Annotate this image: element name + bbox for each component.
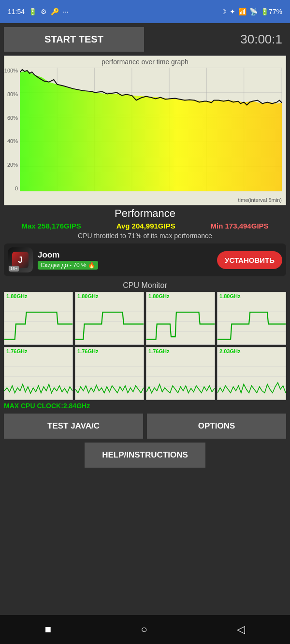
max-cpu-clock: MAX CPU CLOCK:2.84GHz xyxy=(4,402,286,410)
svg-rect-42 xyxy=(218,356,286,400)
throttle-text: CPU throttled to 71% of its max performa… xyxy=(4,232,286,240)
cpu-freq-4: 1.80GHz xyxy=(219,293,240,299)
cpu-freq-6: 1.76GHz xyxy=(77,348,98,354)
status-right: ☽ ✦ 📶 📡 🔋77% xyxy=(220,8,282,15)
graph-title: performance over time graph xyxy=(4,58,286,66)
settings-icon: ⚙ xyxy=(41,8,47,15)
status-bar: 11:54 🔋 ⚙ 🔑 ··· ☽ ✦ 📶 📡 🔋77% xyxy=(0,0,290,23)
cpu-cell-4: 1.80GHz xyxy=(217,292,286,345)
cpu-monitor-title: CPU Monitor xyxy=(4,281,286,290)
test-java-button[interactable]: TEST JAVA/C xyxy=(4,414,143,439)
svg-rect-26 xyxy=(218,301,286,344)
avg-stat: Avg 204,991GIPS xyxy=(116,222,175,230)
bottom-buttons: TEST JAVA/C OPTIONS xyxy=(4,414,286,439)
cpu-cell-7: 1.76GHz xyxy=(146,347,215,400)
y-label-20: 20% xyxy=(7,162,18,168)
ad-text: Joom Скидки до - 70 % 🔥 xyxy=(38,250,212,270)
y-label-80: 80% xyxy=(7,91,18,97)
performance-graph: performance over time graph 100% 80% 60%… xyxy=(4,56,286,205)
battery-indicator-icon: 🔋 xyxy=(29,8,37,15)
ad-sub: Скидки до - 70 % 🔥 xyxy=(38,261,98,270)
cpu-cell-1: 1.80GHz xyxy=(4,292,73,345)
status-left: 11:54 🔋 ⚙ 🔑 ··· xyxy=(8,8,69,15)
start-test-button[interactable]: START TEST xyxy=(4,27,144,52)
cpu-cell-8: 2.03GHz xyxy=(217,347,286,400)
svg-marker-13 xyxy=(20,71,282,191)
cpu-cell-3: 1.80GHz xyxy=(146,292,215,345)
cpu-grid: 1.80GHz 1.80GHz 1.80GHz xyxy=(4,292,286,400)
max-stat: Max 258,176GIPS xyxy=(21,222,81,230)
svg-rect-22 xyxy=(146,301,215,344)
top-controls: START TEST 30:00:1 xyxy=(4,27,286,52)
main-content: START TEST 30:00:1 performance over time… xyxy=(0,23,290,479)
x-axis-label: time(interval 5min) xyxy=(238,197,282,203)
signal-icon: 📶 xyxy=(238,8,246,15)
cpu-cell-5: 1.76GHz xyxy=(4,347,73,400)
ad-name: Joom xyxy=(38,250,212,260)
svg-rect-18 xyxy=(75,301,144,344)
moon-icon: ☽ xyxy=(220,8,227,15)
cpu-chart-1 xyxy=(4,301,72,344)
cpu-chart-4 xyxy=(218,301,286,344)
y-label-40: 40% xyxy=(7,138,18,144)
nav-bar: ■ ○ ◁ xyxy=(0,615,290,644)
cpu-freq-7: 1.76GHz xyxy=(148,348,169,354)
cpu-freq-2: 1.80GHz xyxy=(77,293,98,299)
options-button[interactable]: OPTIONS xyxy=(147,414,286,439)
graph-svg xyxy=(20,68,282,191)
time-display: 11:54 xyxy=(8,8,25,15)
ad-icon: J 16+ xyxy=(8,247,33,272)
nav-square-icon[interactable]: ■ xyxy=(45,623,51,636)
min-stat: Min 173,494GIPS xyxy=(211,222,269,230)
cpu-freq-1: 1.80GHz xyxy=(6,293,27,299)
cpu-cell-2: 1.80GHz xyxy=(75,292,144,345)
nav-back-icon[interactable]: ◁ xyxy=(237,623,245,636)
y-axis-labels: 100% 80% 60% 40% 20% 0 xyxy=(4,68,20,191)
bluetooth-icon: ✦ xyxy=(230,8,235,15)
performance-stats: Max 258,176GIPS Avg 204,991GIPS Min 173,… xyxy=(4,222,286,230)
cpu-chart-6 xyxy=(75,356,144,400)
performance-label: Performance xyxy=(4,207,286,220)
ad-banner: J 16+ Joom Скидки до - 70 % 🔥 УСТАНОВИТЬ xyxy=(4,243,286,276)
svg-rect-38 xyxy=(146,356,215,400)
cpu-cell-6: 1.76GHz xyxy=(75,347,144,400)
cpu-chart-7 xyxy=(146,356,215,400)
nav-circle-icon[interactable]: ○ xyxy=(141,623,147,636)
cpu-freq-8: 2.03GHz xyxy=(219,348,240,354)
more-icon: ··· xyxy=(63,8,69,15)
ad-install-button[interactable]: УСТАНОВИТЬ xyxy=(217,251,282,269)
cpu-chart-8 xyxy=(218,356,286,400)
graph-area xyxy=(20,68,282,191)
y-label-60: 60% xyxy=(7,115,18,121)
help-button[interactable]: HELP/INSTRUCTIONS xyxy=(85,443,205,468)
wifi-icon: 📡 xyxy=(249,8,258,15)
timer-display: 30:00:1 xyxy=(144,32,286,47)
cpu-chart-2 xyxy=(75,301,144,344)
ad-age-badge: 16+ xyxy=(9,266,19,272)
y-label-100: 100% xyxy=(4,68,18,73)
svg-rect-34 xyxy=(75,356,144,400)
battery-icon: 🔋77% xyxy=(261,8,282,15)
y-label-0: 0 xyxy=(15,186,18,191)
cpu-freq-3: 1.80GHz xyxy=(148,293,169,299)
cpu-freq-5: 1.76GHz xyxy=(6,348,27,354)
cpu-chart-5 xyxy=(4,356,72,400)
cpu-chart-3 xyxy=(146,301,215,344)
user-icon: 🔑 xyxy=(51,8,59,15)
